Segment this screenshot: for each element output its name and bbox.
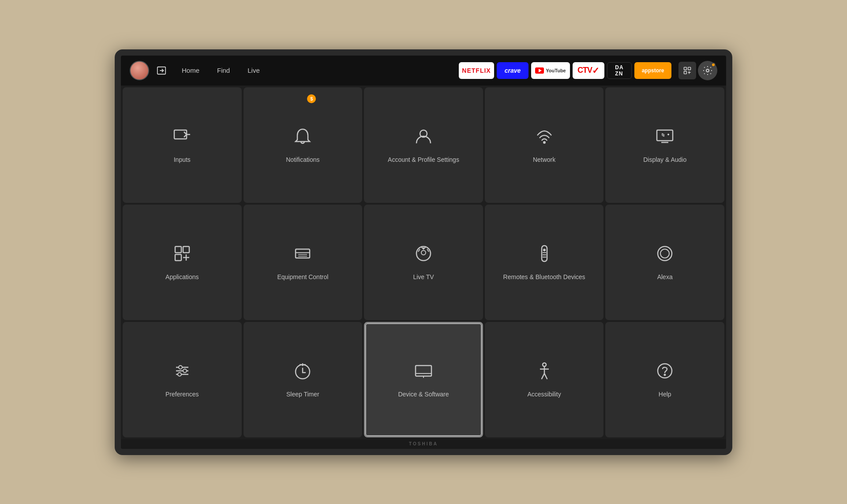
nav-home[interactable]: Home [178, 65, 203, 76]
app-ctv[interactable]: CTV ✓ [573, 62, 604, 79]
tile-applications[interactable]: Applications [123, 205, 242, 320]
svg-rect-7 [174, 130, 187, 139]
sleep-timer-label: Sleep Timer [286, 390, 319, 398]
avatar[interactable] [130, 61, 149, 80]
remote-icon [534, 243, 555, 267]
timer-icon [292, 360, 313, 384]
wifi-icon [534, 126, 555, 149]
livetv-icon [413, 243, 434, 267]
tile-livetv[interactable]: Live TV [364, 205, 483, 320]
display-audio-icon [654, 126, 675, 149]
settings-grid: Inputs $ Notifications [121, 86, 726, 439]
inputs-icon [172, 126, 193, 149]
nav-apps: NETFLIX crave YouTube CTV ✓ DAZ [459, 62, 671, 79]
input-icon-btn[interactable] [154, 63, 169, 78]
inputs-label: Inputs [174, 156, 191, 164]
tile-inputs[interactable]: Inputs [123, 87, 242, 203]
accessibility-icon [534, 360, 555, 384]
device-software-label: Device & Software [398, 390, 449, 398]
account-icon [413, 126, 434, 149]
nav-live[interactable]: Live [244, 65, 263, 76]
svg-rect-11 [175, 246, 181, 253]
svg-rect-14 [296, 249, 310, 258]
app-netflix[interactable]: NETFLIX [459, 62, 494, 79]
tv-screen: Home Find Live NETFLIX crave YouTube [121, 56, 726, 439]
help-label: Help [659, 390, 671, 398]
tile-preferences[interactable]: Preferences [123, 322, 242, 437]
tile-sleep-timer[interactable]: Sleep Timer [244, 322, 363, 437]
tile-equipment[interactable]: Equipment Control [244, 205, 363, 320]
svg-rect-12 [175, 254, 181, 261]
appstore-label: appstore [642, 67, 664, 74]
tile-help[interactable]: Help [605, 322, 724, 437]
tile-display-audio[interactable]: Display & Audio [605, 87, 724, 203]
notifications-label: Notifications [286, 156, 319, 164]
app-appstore[interactable]: appstore [634, 62, 671, 79]
preferences-label: Preferences [165, 390, 199, 398]
svg-rect-2 [688, 67, 691, 70]
equipment-label: Equipment Control [277, 273, 328, 281]
tile-accessibility[interactable]: Accessibility [485, 322, 604, 437]
account-label: Account & Profile Settings [388, 156, 459, 164]
tile-notifications[interactable]: $ Notifications [244, 87, 363, 203]
preferences-icon [172, 360, 193, 384]
dazn-label: DAZN [615, 64, 623, 77]
tile-alexa[interactable]: Alexa [605, 205, 724, 320]
svg-rect-1 [684, 67, 687, 70]
equipment-icon [292, 243, 313, 267]
svg-point-9 [543, 142, 545, 143]
svg-rect-3 [684, 71, 687, 74]
tv-brand: TOSHIBA [121, 439, 726, 449]
apps-icon [172, 243, 193, 267]
svg-point-22 [543, 249, 545, 251]
help-icon [654, 360, 675, 384]
nav-right-icons [678, 61, 717, 80]
tile-network[interactable]: Network [485, 87, 604, 203]
youtube-label: YouTube [546, 68, 566, 73]
device-icon [413, 360, 434, 384]
svg-rect-10 [657, 130, 673, 141]
app-youtube[interactable]: YouTube [531, 62, 570, 79]
svg-rect-35 [416, 366, 431, 376]
applications-label: Applications [165, 273, 199, 281]
livetv-label: Live TV [413, 273, 434, 281]
svg-point-32 [183, 369, 187, 373]
settings-icon-btn[interactable] [698, 61, 717, 80]
svg-point-27 [660, 249, 669, 258]
svg-point-33 [178, 373, 181, 376]
tile-remotes[interactable]: Remotes & Bluetooth Devices [485, 205, 604, 320]
alexa-icon [654, 243, 675, 267]
svg-point-20 [421, 250, 426, 255]
app-dazn[interactable]: DAZN [607, 62, 632, 79]
bell-icon [292, 126, 313, 149]
gear-notification-dot [711, 63, 716, 67]
nav-find[interactable]: Find [214, 65, 233, 76]
alexa-label: Alexa [657, 273, 673, 281]
svg-rect-13 [183, 246, 189, 253]
youtube-icon [535, 67, 544, 74]
svg-point-6 [706, 69, 709, 72]
display-audio-label: Display & Audio [643, 156, 686, 164]
remotes-label: Remotes & Bluetooth Devices [503, 273, 585, 281]
svg-point-31 [179, 366, 182, 369]
accessibility-label: Accessibility [527, 390, 561, 398]
netflix-label: NETFLIX [462, 67, 491, 74]
tile-device-software[interactable]: Device & Software [364, 322, 483, 437]
tv-frame: Home Find Live NETFLIX crave YouTube [115, 49, 732, 455]
network-label: Network [533, 156, 555, 164]
svg-rect-21 [542, 246, 547, 261]
svg-point-39 [543, 363, 546, 366]
crave-label: crave [505, 67, 521, 74]
nav-bar: Home Find Live NETFLIX crave YouTube [121, 56, 726, 86]
app-crave[interactable]: crave [497, 62, 528, 79]
tile-account[interactable]: Account & Profile Settings [364, 87, 483, 203]
svg-point-42 [664, 374, 666, 376]
ctv-checkmark: ✓ [592, 65, 600, 76]
notification-badge: $ [307, 94, 316, 103]
ctv-label: CTV [577, 66, 592, 75]
grid-icon-btn[interactable] [678, 62, 696, 79]
svg-point-26 [658, 246, 672, 261]
nav-links: Home Find Live [178, 65, 263, 76]
